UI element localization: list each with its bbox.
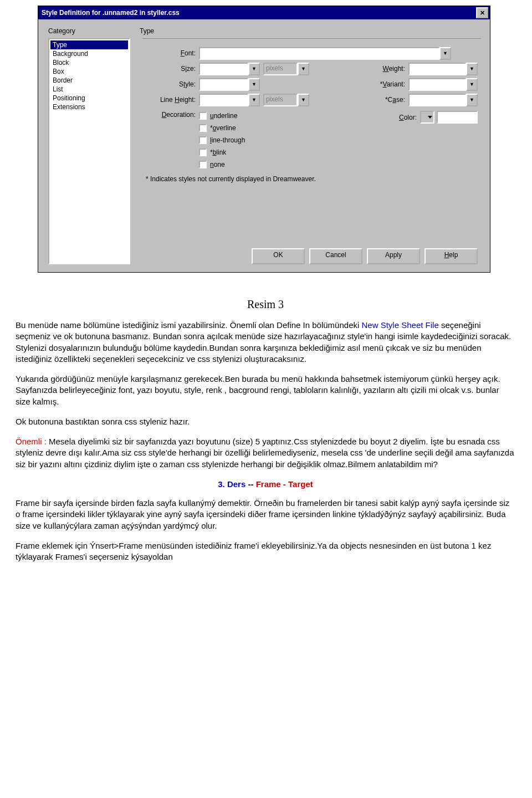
- category-item-list[interactable]: List: [50, 85, 128, 94]
- dialog-title: Style Definition for .unnamed2 in stylle…: [42, 9, 180, 17]
- category-item-border[interactable]: Border: [50, 76, 128, 85]
- footnote-text: * Indicates styles not currently display…: [146, 171, 478, 183]
- chevron-down-icon[interactable]: [466, 94, 478, 106]
- paragraph-2: Yukarıda gördüğünüz menüyle karşılaşmanı…: [16, 374, 515, 407]
- style-definition-dialog: Style Definition for .unnamed2 in stylle…: [38, 6, 490, 273]
- decoration-label: Decoration:: [146, 110, 199, 119]
- variant-select[interactable]: [408, 78, 478, 91]
- case-select[interactable]: [408, 94, 478, 106]
- checkbox-overline[interactable]: *overline: [199, 122, 245, 134]
- lineheight-unit-select: pixels: [263, 94, 309, 106]
- chevron-down-icon[interactable]: [248, 78, 260, 91]
- chevron-down-icon: [298, 94, 309, 106]
- weight-label: Weight:: [372, 65, 408, 73]
- category-item-block[interactable]: Block: [50, 58, 128, 67]
- checkbox-linethrough[interactable]: line-through: [199, 134, 245, 146]
- chevron-down-icon[interactable]: [466, 78, 478, 91]
- ok-button[interactable]: OK: [252, 248, 305, 264]
- checkbox-none[interactable]: none: [199, 158, 245, 171]
- category-item-type[interactable]: Type: [50, 40, 128, 49]
- section-heading-3: 3. Ders -- Frame - Target: [16, 479, 515, 490]
- weight-select[interactable]: [408, 63, 478, 75]
- category-item-extensions[interactable]: Extensions: [50, 103, 128, 111]
- apply-button[interactable]: Apply: [367, 248, 420, 264]
- category-item-positioning[interactable]: Positioning: [50, 94, 128, 103]
- checkbox-blink[interactable]: *blink: [199, 146, 245, 158]
- size-select[interactable]: [199, 63, 260, 75]
- type-label: Type: [140, 27, 154, 35]
- chevron-down-icon[interactable]: [248, 63, 260, 75]
- chevron-down-icon[interactable]: [439, 47, 451, 60]
- font-label: Font:: [146, 49, 199, 57]
- color-input[interactable]: [437, 111, 478, 124]
- chevron-down-icon[interactable]: [248, 94, 260, 106]
- lineheight-select[interactable]: [199, 94, 260, 106]
- titlebar: Style Definition for .unnamed2 in stylle…: [38, 6, 490, 19]
- paragraph-4: Önemli : Mesela diyelimki siz bir sayfan…: [16, 436, 515, 470]
- checkbox-underline[interactable]: underline: [199, 110, 245, 122]
- lineheight-label: Line Height:: [146, 96, 199, 104]
- size-unit-select: pixels: [263, 63, 309, 75]
- close-icon[interactable]: ✕: [476, 7, 488, 18]
- category-item-background[interactable]: Background: [50, 49, 128, 58]
- case-label: *Case:: [372, 96, 408, 104]
- style-label: Style:: [146, 80, 199, 88]
- size-label: Size:: [146, 65, 199, 73]
- style-select[interactable]: [199, 78, 260, 91]
- category-item-box[interactable]: Box: [50, 67, 128, 76]
- figure-caption: Resim 3: [16, 297, 515, 312]
- paragraph-1: Bu menüde name bölümüne istediğiniz ismi…: [16, 320, 515, 365]
- color-label: Color:: [383, 114, 420, 121]
- category-label: Category: [48, 27, 140, 35]
- chevron-down-icon: [298, 63, 309, 75]
- document-body: Resim 3 Bu menüde name bölümüne istediği…: [0, 297, 532, 574]
- font-select[interactable]: [199, 47, 451, 60]
- paragraph-6: Frame eklemek için Ýnsert>Frame menüsünd…: [16, 540, 515, 563]
- category-list[interactable]: Type Background Block Box Border List Po…: [48, 38, 130, 264]
- paragraph-5: Frame bir sayfa içersinde birden fazla s…: [16, 498, 515, 531]
- help-button[interactable]: Help: [424, 248, 478, 264]
- color-picker-icon[interactable]: [420, 111, 434, 124]
- cancel-button[interactable]: Cancel: [309, 248, 362, 264]
- paragraph-3: Ok butonuna bastıktan sonra css styleniz…: [16, 416, 515, 427]
- variant-label: *Variant:: [366, 80, 408, 88]
- chevron-down-icon[interactable]: [466, 63, 478, 75]
